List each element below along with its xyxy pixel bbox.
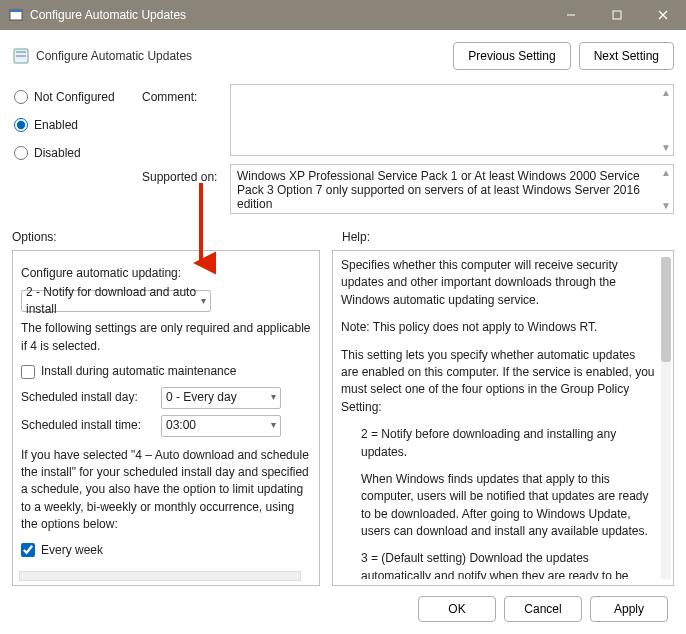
apply-button[interactable]: Apply [590,596,668,622]
scroll-down-icon: ▼ [661,142,671,153]
install-maintenance-checkbox[interactable]: Install during automatic maintenance [21,363,311,380]
chevron-down-icon: ▾ [271,390,276,405]
radio-not-configured[interactable]: Not Configured [14,90,142,104]
state-radio-group: Not Configured Enabled Disabled [12,84,142,214]
install-time-label: Scheduled install time: [21,417,151,434]
help-pane: Specifies whether this computer will rec… [332,250,674,586]
maximize-button[interactable] [594,0,640,30]
window-title: Configure Automatic Updates [30,8,548,22]
scroll-up-icon: ▲ [661,167,671,178]
next-setting-button[interactable]: Next Setting [579,42,674,70]
configure-updating-label: Configure automatic updating: [21,265,311,282]
radio-enabled[interactable]: Enabled [14,118,142,132]
checkbox-label: Install during automatic maintenance [41,363,236,380]
supported-on-text: Windows XP Professional Service Pack 1 o… [237,169,640,211]
dialog-footer: OK Cancel Apply [12,586,674,634]
titlebar[interactable]: Configure Automatic Updates [0,0,686,30]
comment-textarea[interactable]: ▲ ▼ [230,84,674,156]
svg-rect-3 [613,11,621,19]
cancel-button[interactable]: Cancel [504,596,582,622]
options-label: Options: [12,230,342,244]
ok-button[interactable]: OK [418,596,496,622]
help-text: This setting lets you specify whether au… [341,347,655,417]
install-day-label: Scheduled install day: [21,389,151,406]
select-value: 0 - Every day [166,389,237,406]
help-text: Specifies whether this computer will rec… [341,257,655,309]
scroll-up-icon: ▲ [661,87,671,98]
header-row: Configure Automatic Updates Previous Set… [12,38,674,82]
policy-icon [12,47,30,65]
supported-label: Supported on: [142,164,224,214]
svg-rect-8 [16,55,26,57]
radio-label: Disabled [34,146,81,160]
every-week-checkbox[interactable]: Every week [21,542,311,559]
install-day-select[interactable]: 0 - Every day ▾ [161,387,281,409]
chevron-down-icon: ▾ [271,418,276,433]
previous-setting-button[interactable]: Previous Setting [453,42,570,70]
radio-disabled[interactable]: Disabled [14,146,142,160]
horizontal-scrollbar[interactable] [19,571,301,581]
checkbox-label: Every week [41,542,103,559]
app-icon [8,7,24,23]
chevron-down-icon: ▾ [201,294,206,309]
help-text: 3 = (Default setting) Download the updat… [341,550,655,579]
minimize-button[interactable] [548,0,594,30]
install-time-select[interactable]: 03:00 ▾ [161,415,281,437]
scrollbar-thumb[interactable] [661,257,671,362]
options-pane: Configure automatic updating: 2 - Notify… [12,250,320,586]
help-text: When Windows finds updates that apply to… [341,471,655,541]
select-value: 03:00 [166,417,196,434]
scroll-down-icon: ▼ [661,200,671,211]
page-title: Configure Automatic Updates [36,49,445,63]
help-text: Note: This policy does not apply to Wind… [341,319,655,336]
comment-label: Comment: [142,84,224,156]
svg-rect-1 [10,10,22,12]
help-text: 2 = Notify before downloading and instal… [341,426,655,461]
supported-on-box: Windows XP Professional Service Pack 1 o… [230,164,674,214]
close-button[interactable] [640,0,686,30]
only-required-note: The following settings are only required… [21,320,311,355]
vertical-scrollbar[interactable] [661,257,671,579]
help-label: Help: [342,230,370,244]
select-value: 2 - Notify for download and auto install [26,284,201,319]
svg-rect-7 [16,51,26,53]
schedule-note: If you have selected "4 – Auto download … [21,447,311,534]
radio-label: Enabled [34,118,78,132]
configure-updating-select[interactable]: 2 - Notify for download and auto install… [21,290,211,312]
radio-label: Not Configured [34,90,115,104]
